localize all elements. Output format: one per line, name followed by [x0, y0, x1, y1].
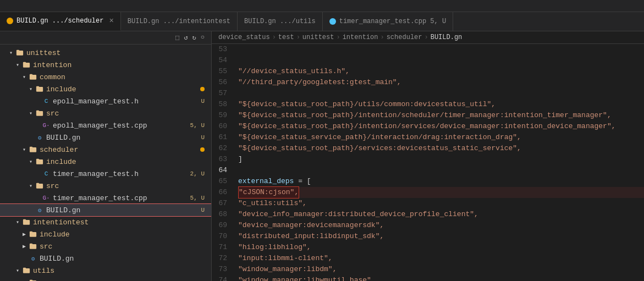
tree-item-timer_manager_test_cpp[interactable]: G·timer_manager_test.cpp5, U — [0, 192, 211, 204]
tree-arrow[interactable]: ▶ — [20, 243, 29, 250]
tab-tab-timer-manager-test[interactable]: timer_manager_test.cpp 5, U — [323, 12, 453, 31]
tree-arrow[interactable]: ▾ — [26, 158, 35, 165]
file-name-label: intention — [33, 61, 205, 69]
status-dot — [200, 87, 205, 91]
file-type-icon — [35, 109, 44, 117]
tree-item-include-intentiontest[interactable]: ▶include — [0, 228, 211, 240]
breadcrumb-item[interactable]: intention — [343, 34, 378, 41]
line-number: 74 — [216, 275, 227, 281]
tab-file-icon — [329, 18, 336, 25]
tab-close-button[interactable]: × — [109, 16, 113, 25]
action-icon-1[interactable]: ⬚ — [175, 34, 179, 42]
tree-item-src-common[interactable]: ▾src — [0, 107, 211, 119]
code-line: "${device_status_root_path}/services:dev… — [238, 143, 644, 154]
tree-item-unittest[interactable]: ▾unittest — [0, 47, 211, 59]
tree-item-include-common[interactable]: ▾include — [0, 83, 211, 95]
tree-arrow[interactable]: ▾ — [7, 49, 15, 56]
file-type-icon: G· — [42, 195, 51, 201]
code-line: "${device_status_service_path}/interacti… — [238, 132, 644, 143]
code-line: "${device_status_root_path}/utils/common… — [238, 99, 644, 110]
line-number: 59 — [216, 110, 227, 121]
breadcrumb-separator: › — [272, 34, 276, 41]
file-name-label: src — [46, 109, 205, 118]
tree-item-scheduler[interactable]: ▾scheduler — [0, 144, 211, 156]
line-number: 66 — [216, 187, 227, 198]
code-lines: "//device_status_utils.h", "//third_part… — [234, 44, 644, 281]
line-number: 65 — [216, 176, 227, 187]
file-badge: 5, U — [190, 195, 205, 201]
action-icon-3[interactable]: ↻ — [192, 34, 196, 42]
code-line: "window_manager:libwmutil_base", — [238, 275, 644, 281]
tab-tab-build-intentiontest[interactable]: BUILD.gn .../intentiontest — [121, 12, 238, 31]
title-bar — [0, 0, 644, 12]
breadcrumb-item[interactable]: device_status — [218, 34, 270, 41]
file-name-label: include — [46, 85, 197, 93]
code-line — [238, 88, 644, 99]
tree-item-timer_manager_test_h[interactable]: Ctimer_manager_test.h2, U — [0, 168, 211, 180]
file-type-icon: ⚙ — [35, 134, 44, 141]
tab-label: BUILD.gn .../utils — [244, 18, 316, 25]
tree-item-build-gn-common[interactable]: ⚙BUILD.gnU — [0, 131, 211, 144]
line-number: 57 — [216, 88, 227, 99]
tree-arrow[interactable]: ▾ — [13, 267, 22, 274]
file-type-icon — [29, 230, 37, 238]
code-line: ] — [238, 154, 644, 165]
tree-arrow[interactable]: ▾ — [13, 219, 22, 225]
breadcrumb: device_status › test › unittest › intent… — [212, 31, 644, 44]
sidebar: ⬚ ↺ ↻ ○ ▾unittest▾intention▾common▾inclu… — [0, 31, 212, 281]
line-number: 64 — [216, 165, 227, 176]
file-name-label: BUILD.gn — [46, 206, 197, 214]
file-type-icon — [29, 279, 37, 281]
tree-item-utils[interactable]: ▾utils — [0, 265, 211, 277]
tree-arrow[interactable]: ▾ — [26, 183, 35, 189]
code-line: "//third_party/googletest:gtest_main", — [238, 77, 644, 88]
tree-item-build-gn-scheduler[interactable]: ⚙BUILD.gnU — [0, 204, 211, 216]
tree-arrow[interactable]: ▾ — [20, 146, 29, 153]
tab-tab-build-scheduler[interactable]: BUILD.gn .../scheduler× — [0, 12, 121, 31]
tree-item-epoll_manager_test_cpp[interactable]: G·epoll_manager_test.cpp5, U — [0, 119, 211, 131]
file-type-icon — [29, 73, 37, 81]
file-type-icon — [22, 61, 31, 69]
file-badge: U — [201, 134, 205, 141]
file-type-icon: ⚙ — [35, 207, 44, 214]
line-number: 60 — [216, 121, 227, 132]
tree-arrow[interactable]: ▾ — [13, 62, 22, 68]
tree-arrow[interactable]: ▶ — [20, 231, 29, 238]
breadcrumb-item[interactable]: test — [278, 34, 294, 41]
file-name-label: src — [40, 243, 205, 251]
file-type-icon: ⚙ — [29, 255, 37, 262]
line-number: 68 — [216, 209, 227, 220]
tab-label: timer_manager_test.cpp 5, U — [339, 18, 446, 25]
tree-arrow[interactable]: ▾ — [26, 86, 35, 92]
tree-item-intentiontest[interactable]: ▾intentiontest — [0, 216, 211, 228]
file-badge: 2, U — [190, 170, 205, 177]
code-line: "window_manager:libdm", — [238, 264, 644, 275]
breadcrumb-item[interactable]: unittest — [302, 34, 334, 41]
breadcrumb-item[interactable]: BUILD.gn — [431, 34, 463, 41]
code-line: "distributed_input:libdinput_sdk", — [238, 231, 644, 242]
tree-item-epoll_manager_test_h[interactable]: Cepoll_manager_test.hU — [0, 95, 211, 107]
tree-arrow[interactable]: ▾ — [26, 110, 35, 117]
tree-item-src-utils[interactable]: ▾src — [0, 277, 211, 281]
code-line: "input:libmmi-client", — [238, 253, 644, 264]
file-name-label: intentiontest — [33, 218, 205, 227]
tree-item-src-intentiontest[interactable]: ▶src — [0, 240, 211, 252]
tab-tab-build-utils[interactable]: BUILD.gn .../utils — [238, 12, 323, 31]
tree-item-common[interactable]: ▾common — [0, 71, 211, 83]
action-icon-4[interactable]: ○ — [201, 34, 205, 42]
tree-item-build-gn-intentiontest[interactable]: ⚙BUILD.gn — [0, 252, 211, 265]
line-number: 69 — [216, 220, 227, 231]
action-icon-2[interactable]: ↺ — [184, 34, 188, 42]
code-line: "device_manager:devicemanagersdk", — [238, 220, 644, 231]
file-name-label: utils — [33, 267, 205, 275]
tree-item-intention[interactable]: ▾intention — [0, 59, 211, 71]
code-content[interactable]: 5354555657585960616263646566676869707172… — [212, 44, 644, 281]
tree-item-src-scheduler[interactable]: ▾src — [0, 180, 211, 192]
breadcrumb-item[interactable]: scheduler — [387, 34, 422, 41]
file-type-icon — [35, 182, 44, 190]
file-type-icon — [15, 49, 24, 57]
main-layout: ⬚ ↺ ↻ ○ ▾unittest▾intention▾common▾inclu… — [0, 31, 644, 281]
file-badge: U — [201, 98, 205, 104]
tree-item-include-scheduler[interactable]: ▾include — [0, 156, 211, 168]
tree-arrow[interactable]: ▾ — [20, 74, 29, 80]
